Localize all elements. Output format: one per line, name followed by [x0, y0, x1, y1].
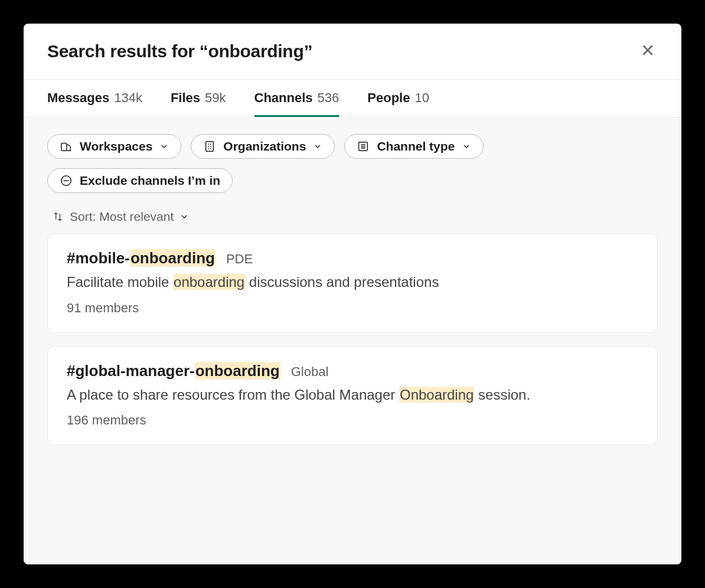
chevron-down-icon	[313, 142, 322, 151]
channel-workspace: PDE	[226, 251, 253, 267]
modal-title: Search results for “onboarding”	[47, 41, 312, 61]
channel-name: #global-manager-onboarding	[67, 362, 280, 380]
result-title-row: #global-manager-onboarding Global	[67, 362, 638, 380]
results-content: Workspaces Organizations	[24, 117, 681, 564]
tab-label: Files	[171, 90, 200, 106]
tab-channels[interactable]: Channels 536	[254, 80, 340, 117]
tab-count: 134k	[114, 90, 142, 106]
chevron-down-icon	[179, 212, 189, 221]
building-icon	[203, 140, 216, 153]
tab-count: 10	[414, 90, 429, 106]
channel-members: 196 members	[67, 413, 638, 428]
close-button[interactable]	[638, 40, 658, 63]
filter-label: Workspaces	[80, 139, 152, 153]
tab-label: People	[367, 90, 410, 106]
sort-control[interactable]: Sort: Most relevant	[47, 210, 658, 224]
exclude-icon	[60, 174, 73, 187]
tab-files[interactable]: Files 59k	[171, 80, 226, 117]
tab-label: Messages	[47, 90, 109, 106]
tab-label: Channels	[254, 90, 313, 106]
list-icon	[357, 140, 370, 153]
chevron-down-icon	[159, 142, 169, 151]
search-results-modal: Search results for “onboarding” Messages…	[24, 24, 681, 564]
tab-messages[interactable]: Messages 134k	[47, 80, 142, 117]
channel-result[interactable]: #global-manager-onboarding Global A plac…	[47, 346, 658, 446]
results-list: #mobile-onboarding PDE Facilitate mobile…	[47, 233, 658, 445]
channel-workspace: Global	[291, 364, 329, 380]
channel-name: #mobile-onboarding	[67, 249, 216, 267]
workspace-icon	[60, 140, 73, 153]
tab-people[interactable]: People 10	[367, 80, 429, 117]
filter-label: Organizations	[223, 139, 306, 153]
filter-workspaces[interactable]: Workspaces	[47, 134, 181, 159]
svg-rect-3	[206, 142, 214, 152]
filter-organizations[interactable]: Organizations	[191, 134, 335, 159]
channel-result[interactable]: #mobile-onboarding PDE Facilitate mobile…	[47, 233, 658, 333]
filter-label: Channel type	[377, 139, 455, 153]
result-title-row: #mobile-onboarding PDE	[67, 249, 638, 267]
filter-channel-type[interactable]: Channel type	[344, 134, 484, 159]
modal-header: Search results for “onboarding”	[24, 24, 681, 80]
svg-rect-2	[61, 143, 67, 151]
close-icon	[640, 43, 655, 58]
filter-bar: Workspaces Organizations	[47, 134, 658, 193]
chevron-down-icon	[462, 142, 471, 151]
channel-description: Facilitate mobile onboarding discussions…	[67, 272, 638, 292]
channel-members: 91 members	[67, 300, 638, 316]
sort-label: Sort: Most relevant	[70, 210, 174, 224]
sort-icon	[52, 211, 64, 223]
tab-count: 536	[318, 90, 340, 106]
tabs-bar: Messages 134k Files 59k Channels 536 Peo…	[24, 80, 681, 117]
filter-exclude-channels[interactable]: Exclude channels I’m in	[47, 168, 233, 193]
tab-count: 59k	[205, 90, 226, 106]
channel-description: A place to share resources from the Glob…	[67, 385, 638, 405]
filter-label: Exclude channels I’m in	[80, 174, 220, 188]
